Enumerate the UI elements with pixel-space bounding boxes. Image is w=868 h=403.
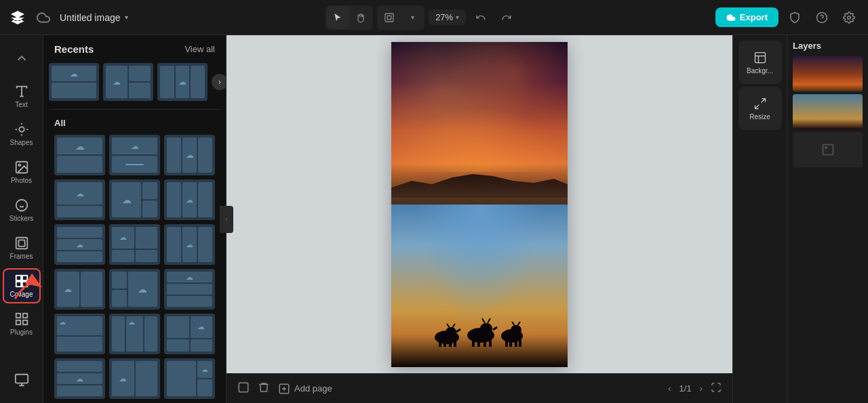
layout-item-16[interactable]: ☁ — [54, 358, 105, 399]
svg-rect-12 — [16, 276, 20, 280]
svg-rect-3 — [387, 16, 391, 19]
layout-item-14[interactable]: ☁ — [109, 314, 160, 354]
redo-button[interactable] — [496, 7, 517, 28]
canvas-image-top — [391, 42, 568, 205]
svg-rect-18 — [16, 320, 20, 324]
cattle-svg — [432, 306, 527, 347]
svg-rect-20 — [15, 375, 27, 383]
page-settings-icon[interactable] — [237, 381, 250, 396]
panel-header: Recents View all — [43, 35, 226, 60]
sunset-glow — [391, 107, 568, 172]
zoom-dropdown-icon: ▾ — [456, 14, 459, 21]
header-right: Export — [715, 7, 860, 28]
layout-item-9[interactable]: ☁ — [164, 224, 215, 265]
layout-item-11[interactable]: ☁ — [109, 269, 160, 310]
next-page-button[interactable]: › — [700, 383, 703, 394]
panel-collapse-handle[interactable]: ‹ — [220, 206, 233, 233]
sidebar-item-shapes[interactable]: Shapes — [3, 116, 41, 152]
layout-item-18[interactable]: ☁ — [164, 358, 215, 399]
recent-collage-3[interactable]: ☁ — [157, 63, 208, 101]
sidebar-item-stickers[interactable]: Stickers — [3, 192, 41, 228]
svg-point-28 — [480, 323, 492, 334]
svg-rect-35 — [505, 340, 508, 347]
svg-point-22 — [446, 327, 456, 337]
frame-dropdown-button[interactable]: ▾ — [401, 7, 423, 28]
main-body: Text Shapes Photos Stickers Frames Colla… — [0, 35, 868, 403]
layout-item-17[interactable]: ☁ — [109, 358, 160, 399]
sidebar-item-plugins[interactable]: Plugins — [3, 306, 41, 341]
layout-item-1[interactable]: ☁ — [54, 135, 105, 175]
select-tool-button[interactable] — [327, 7, 349, 28]
background-button[interactable]: Backgr... — [738, 41, 782, 84]
svg-point-34 — [511, 325, 521, 335]
layout-item-2[interactable]: ☁ — [109, 135, 160, 175]
cloud-save-icon[interactable] — [33, 7, 54, 28]
layout-item-5[interactable]: ☁ — [109, 179, 160, 220]
layout-item-12[interactable]: ☁ — [164, 269, 215, 310]
svg-rect-16 — [16, 314, 20, 318]
svg-rect-39 — [239, 383, 248, 392]
layout-item-4[interactable]: ☁ — [54, 179, 105, 220]
layout-item-3[interactable]: ☁ — [164, 135, 215, 175]
layout-item-7[interactable]: ☁ — [54, 224, 105, 265]
svg-point-5 — [848, 16, 851, 19]
left-sidebar: Text Shapes Photos Stickers Frames Colla… — [0, 35, 43, 403]
layout-item-13[interactable]: ☁ — [54, 314, 105, 354]
header-center-tools: ▾ 27% ▾ — [134, 5, 710, 30]
title-dropdown-icon: ▾ — [125, 14, 128, 21]
recent-collage-1[interactable]: ☁ — [49, 63, 99, 101]
svg-rect-29 — [472, 340, 475, 347]
zoom-control[interactable]: 27% ▾ — [429, 9, 466, 25]
layout-item-6[interactable]: ☁ — [164, 179, 215, 220]
layer-1-thumbnail — [793, 56, 863, 91]
canvas-image-bottom — [391, 205, 568, 367]
svg-rect-11 — [18, 240, 24, 246]
shield-icon-btn[interactable] — [784, 7, 806, 28]
sidebar-item-collage[interactable]: Collage — [3, 268, 41, 303]
tool-group-frame: ▾ — [377, 5, 425, 30]
bottom-bar: Add page ‹ 1/1 › — [226, 373, 732, 403]
cattle-silhouettes — [432, 306, 527, 347]
collage-layouts-grid: ☁ ☁ ☁ — [49, 132, 220, 402]
recents-next-button[interactable]: › — [212, 74, 226, 90]
layer-item-2[interactable] — [793, 94, 863, 129]
view-all-link[interactable]: View all — [184, 44, 215, 54]
settings-icon-btn[interactable] — [838, 7, 860, 28]
sidebar-item-more[interactable] — [3, 362, 41, 398]
svg-rect-42 — [823, 145, 833, 155]
page-indicator: 1/1 — [679, 383, 692, 394]
layers-title: Layers — [793, 41, 863, 51]
sidebar-item-collapse[interactable] — [3, 41, 41, 76]
export-button[interactable]: Export — [715, 7, 778, 27]
layout-item-8[interactable]: ☁ — [109, 224, 160, 265]
zoom-value: 27% — [435, 12, 453, 22]
recent-collage-2[interactable]: ☁ — [103, 63, 153, 101]
svg-rect-10 — [16, 238, 27, 249]
svg-rect-26 — [454, 341, 456, 347]
add-page-button[interactable]: Add page — [278, 383, 332, 395]
undo-button[interactable] — [470, 7, 492, 28]
canvas-viewport[interactable] — [226, 35, 732, 373]
sidebar-item-photos[interactable]: Photos — [3, 154, 41, 190]
svg-point-8 — [18, 164, 20, 166]
logo-icon[interactable] — [8, 8, 27, 27]
hand-tool-button[interactable] — [350, 7, 372, 28]
svg-rect-30 — [477, 340, 480, 347]
help-icon-btn[interactable] — [811, 7, 833, 28]
canvas-area: Add page ‹ 1/1 › — [226, 35, 732, 403]
document-title-area[interactable]: Untitled image ▾ — [60, 12, 128, 23]
svg-rect-2 — [385, 14, 393, 22]
svg-rect-19 — [22, 320, 26, 324]
all-section-title: All — [43, 112, 226, 132]
sidebar-item-text[interactable]: Text — [3, 79, 41, 114]
resize-button[interactable]: Resize — [738, 87, 782, 130]
sidebar-item-frames[interactable]: Frames — [3, 230, 41, 266]
layout-item-10[interactable]: ☁ — [54, 269, 105, 310]
fit-page-icon[interactable] — [711, 382, 722, 395]
frame-tool-button[interactable] — [378, 7, 400, 28]
prev-page-button[interactable]: ‹ — [668, 383, 671, 394]
collage-panel: Recents View all ☁ ☁ — [43, 35, 226, 403]
layer-item-1[interactable] — [793, 56, 863, 91]
delete-page-icon[interactable] — [258, 381, 270, 396]
layout-item-15[interactable]: ☁ — [164, 314, 215, 354]
